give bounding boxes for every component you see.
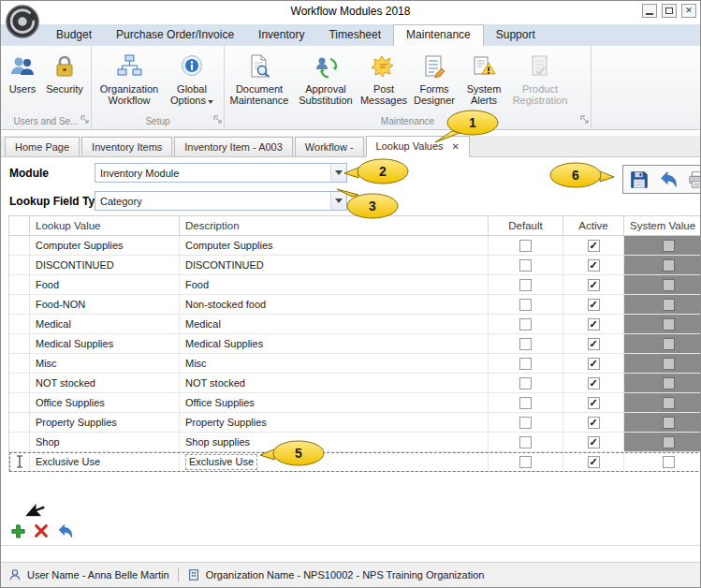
security-button[interactable]: Security <box>42 49 87 95</box>
default-checkbox[interactable] <box>519 259 532 272</box>
default-checkbox[interactable] <box>519 377 532 390</box>
dialog-launcher-icon[interactable] <box>80 110 89 127</box>
default-checkbox[interactable] <box>519 397 532 409</box>
system-value-checkbox[interactable] <box>663 358 675 370</box>
cell-description[interactable]: Medical Supplies <box>180 334 489 353</box>
system-value-checkbox[interactable] <box>663 436 675 448</box>
tab-budget[interactable]: Budget <box>44 24 104 46</box>
cell-description[interactable]: Shop supplies <box>180 433 489 451</box>
active-checkbox[interactable]: ✓ <box>588 299 600 311</box>
undo-changes-button[interactable] <box>55 522 74 540</box>
cell-lookup-value[interactable]: Computer Supplies <box>30 236 180 255</box>
col-active[interactable]: Active <box>563 216 624 235</box>
default-checkbox[interactable] <box>519 318 532 331</box>
document-maintenance-button[interactable]: Document Maintenance <box>226 49 292 106</box>
cell-lookup-value[interactable]: Medical <box>30 315 180 333</box>
cell-description[interactable]: Misc <box>180 354 489 373</box>
organization-workflow-button[interactable]: Organization Workflow <box>94 49 165 106</box>
active-checkbox[interactable]: ✓ <box>588 358 600 370</box>
system-value-checkbox[interactable] <box>663 318 675 331</box>
table-row[interactable]: Medical Supplies Medical Supplies ✓ <box>9 334 701 354</box>
table-row[interactable]: Medical Medical ✓ <box>9 315 701 334</box>
cell-lookup-value[interactable]: Food <box>30 275 180 294</box>
active-checkbox[interactable]: ✓ <box>588 318 600 331</box>
table-row[interactable]: NOT stocked NOT stocked ✓ <box>9 374 701 393</box>
cell-lookup-value[interactable]: Shop <box>30 433 180 451</box>
col-lookup-value[interactable]: Lookup Value <box>30 216 180 235</box>
cell-lookup-value[interactable]: Exclusive Use <box>30 452 180 471</box>
cell-description[interactable]: DISCONTINUED <box>180 256 489 274</box>
doctab-workflow[interactable]: Workflow - <box>295 137 364 156</box>
doctab-inventory-items[interactable]: Inventory Items <box>81 137 172 156</box>
table-row[interactable]: Office Supplies Office Supplies ✓ <box>9 393 701 413</box>
doctab-home-page[interactable]: Home Page <box>5 137 80 156</box>
active-checkbox[interactable]: ✓ <box>588 436 600 448</box>
default-checkbox[interactable] <box>519 436 532 448</box>
col-system-value[interactable]: System Value <box>624 216 701 235</box>
table-row[interactable]: Shop Shop supplies ✓ <box>9 433 701 452</box>
cell-description-editor[interactable]: Exclusive Use <box>180 452 489 471</box>
post-messages-button[interactable]: Post Messages <box>359 49 408 106</box>
cell-lookup-value[interactable]: Misc <box>30 354 180 373</box>
dialog-launcher-icon[interactable] <box>580 110 589 127</box>
active-checkbox[interactable]: ✓ <box>588 240 600 252</box>
active-checkbox[interactable]: ✓ <box>588 338 600 350</box>
cell-description[interactable]: NOT stocked <box>180 374 489 392</box>
tab-timesheet[interactable]: Timesheet <box>316 24 393 46</box>
cell-description[interactable]: Non-stocked food <box>180 295 489 314</box>
system-alerts-button[interactable]: System Alerts <box>460 49 507 106</box>
add-row-button[interactable] <box>8 522 27 540</box>
default-checkbox[interactable] <box>519 299 532 311</box>
active-checkbox[interactable]: ✓ <box>588 279 600 291</box>
active-checkbox[interactable]: ✓ <box>588 259 600 272</box>
undo-button[interactable] <box>657 169 679 191</box>
dialog-launcher-icon[interactable] <box>213 110 222 127</box>
default-checkbox[interactable] <box>519 279 532 291</box>
system-value-checkbox[interactable] <box>663 417 675 429</box>
system-value-checkbox[interactable] <box>663 299 675 311</box>
forms-designer-button[interactable]: Forms Designer <box>408 49 460 106</box>
table-row[interactable]: Food-NON Non-stocked food ✓ <box>9 295 701 315</box>
cell-lookup-value[interactable]: Property Supplies <box>30 413 180 432</box>
default-checkbox[interactable] <box>519 456 532 468</box>
system-value-checkbox[interactable] <box>663 397 675 409</box>
global-options-button[interactable]: Global Options <box>165 49 219 106</box>
default-checkbox[interactable] <box>519 417 532 429</box>
print-button[interactable] <box>686 169 701 191</box>
active-checkbox[interactable]: ✓ <box>588 417 600 429</box>
cell-lookup-value[interactable]: Office Supplies <box>30 393 180 412</box>
table-row[interactable]: Misc Misc ✓ <box>9 354 701 374</box>
users-button[interactable]: Users <box>3 49 42 95</box>
delete-row-button[interactable] <box>32 522 51 540</box>
system-value-checkbox[interactable] <box>663 259 675 272</box>
table-row[interactable]: Property Supplies Property Supplies ✓ <box>9 413 701 433</box>
cell-lookup-value[interactable]: NOT stocked <box>30 374 180 392</box>
system-value-checkbox[interactable] <box>663 279 675 291</box>
tab-purchase-order-invoice[interactable]: Purchase Order/Invoice <box>104 24 246 46</box>
product-registration-button[interactable]: Product Registration <box>507 49 573 106</box>
cell-description[interactable]: Computer Supplies <box>180 236 489 255</box>
close-button[interactable]: ✕ <box>681 4 696 18</box>
table-row[interactable]: DISCONTINUED DISCONTINUED ✓ <box>9 256 701 275</box>
tab-inventory[interactable]: Inventory <box>246 24 316 46</box>
lookup-field-type-select[interactable]: Category <box>95 191 347 211</box>
minimize-button[interactable] <box>642 4 657 18</box>
cell-description[interactable]: Office Supplies <box>180 393 489 412</box>
module-select[interactable]: Inventory Module <box>95 163 347 183</box>
cell-lookup-value[interactable]: Medical Supplies <box>30 334 180 353</box>
cell-description[interactable]: Food <box>180 275 489 294</box>
tab-maintenance[interactable]: Maintenance <box>393 24 484 46</box>
cell-description[interactable]: Medical <box>180 315 489 333</box>
default-checkbox[interactable] <box>519 240 532 252</box>
system-value-checkbox[interactable] <box>663 456 675 468</box>
save-button[interactable] <box>628 169 650 191</box>
cell-lookup-value[interactable]: Food-NON <box>30 295 180 314</box>
maximize-button[interactable] <box>662 4 677 18</box>
default-checkbox[interactable] <box>519 358 532 370</box>
active-checkbox[interactable]: ✓ <box>588 377 600 390</box>
col-default[interactable]: Default <box>489 216 563 235</box>
system-value-checkbox[interactable] <box>663 240 675 252</box>
table-row[interactable]: Computer Supplies Computer Supplies ✓ <box>9 236 701 256</box>
table-row-editing[interactable]: Exclusive Use Exclusive Use ✓ <box>9 452 701 472</box>
cell-description[interactable]: Property Supplies <box>180 413 489 432</box>
